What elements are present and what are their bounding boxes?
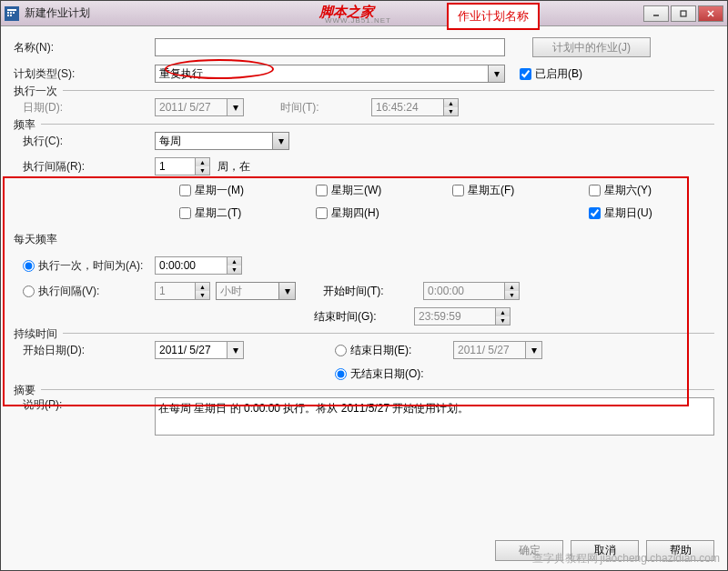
ok-button[interactable]: 确定 (495, 540, 563, 561)
jobs-in-schedule-button[interactable]: 计划中的作业(J) (532, 37, 651, 57)
annotation-box (3, 176, 689, 406)
name-label: 名称(N): (14, 40, 155, 55)
frequency-legend: 频率 (14, 117, 41, 133)
svg-rect-8 (681, 11, 686, 16)
once-legend: 执行一次 (14, 84, 63, 99)
close-button[interactable] (698, 5, 723, 22)
dialog-window: 新建作业计划 名称(N): 计划中的作业(J) 计划类型(S): ▾ 已启用(B… (0, 0, 728, 571)
chevron-down-icon[interactable]: ▾ (489, 65, 505, 83)
svg-rect-1 (7, 9, 16, 11)
time-input (371, 98, 444, 116)
type-combo[interactable]: ▾ (155, 65, 505, 83)
type-label: 计划类型(S): (14, 66, 155, 82)
svg-rect-4 (13, 12, 15, 14)
enabled-label: 已启用(B) (535, 66, 582, 82)
svg-rect-2 (7, 12, 9, 14)
window-title: 新建作业计划 (25, 5, 90, 21)
maximize-button[interactable] (671, 5, 696, 22)
svg-rect-3 (10, 12, 12, 14)
type-combo-value[interactable] (155, 65, 489, 83)
dialog-content: 名称(N): 计划中的作业(J) 计划类型(S): ▾ 已启用(B) 执行一次 … (1, 26, 727, 570)
interval-label: 执行间隔(R): (14, 159, 155, 175)
minimize-button[interactable] (643, 5, 669, 22)
exec-label: 执行(C): (14, 134, 155, 149)
week-unit-label: 周，在 (217, 159, 250, 175)
enabled-checkbox[interactable]: 已启用(B) (520, 66, 582, 82)
app-icon (5, 6, 19, 21)
time-spinner: ▲▼ (371, 98, 459, 116)
interval-input[interactable] (155, 157, 196, 175)
interval-spinner[interactable]: ▲▼ (155, 157, 210, 175)
once-group: 执行一次 日期(D): ▾ 时间(T): ▲▼ (14, 90, 714, 116)
exec-combo[interactable]: ▾ (155, 132, 289, 150)
time-label: 时间(T): (280, 100, 371, 115)
chevron-down-icon[interactable]: ▾ (273, 132, 289, 150)
exec-value[interactable] (155, 132, 273, 150)
calendar-icon: ▾ (228, 98, 244, 116)
titlebar[interactable]: 新建作业计划 (1, 1, 727, 26)
date-label: 日期(D): (14, 100, 155, 115)
svg-rect-5 (7, 15, 9, 16)
cancel-button[interactable]: 取消 (571, 540, 639, 561)
date-input (155, 98, 228, 116)
help-button[interactable]: 帮助 (646, 540, 714, 561)
name-input[interactable] (155, 38, 505, 56)
enabled-check[interactable] (520, 68, 531, 80)
date-picker: ▾ (155, 98, 244, 116)
svg-rect-6 (10, 15, 12, 16)
